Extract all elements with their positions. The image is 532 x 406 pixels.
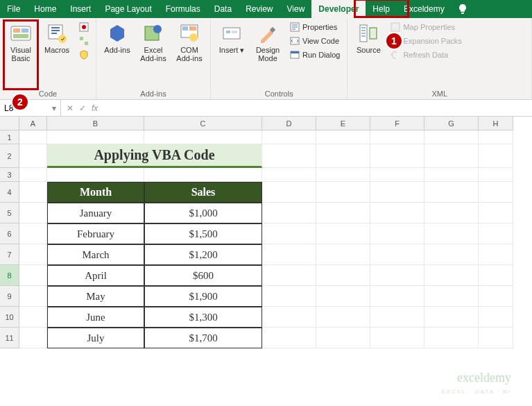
cell[interactable] bbox=[19, 265, 47, 286]
cell[interactable] bbox=[19, 203, 47, 223]
cell[interactable] bbox=[479, 307, 513, 328]
cell[interactable] bbox=[424, 328, 479, 348]
cell[interactable] bbox=[144, 130, 262, 144]
cell[interactable] bbox=[262, 182, 316, 203]
row-header[interactable]: 11 bbox=[0, 328, 19, 348]
row-header[interactable]: 9 bbox=[0, 286, 19, 307]
tab-view[interactable]: View bbox=[280, 0, 312, 18]
cell[interactable] bbox=[479, 244, 513, 265]
cell[interactable] bbox=[316, 223, 370, 244]
cell[interactable] bbox=[262, 244, 316, 265]
row-header[interactable]: 6 bbox=[0, 223, 19, 244]
cell[interactable] bbox=[316, 168, 370, 182]
row-header[interactable]: 2 bbox=[0, 144, 19, 168]
cell[interactable] bbox=[370, 203, 424, 223]
row-header[interactable]: 7 bbox=[0, 244, 19, 265]
cell[interactable]: $1,500 bbox=[144, 223, 262, 244]
cell[interactable] bbox=[370, 244, 424, 265]
cell[interactable] bbox=[424, 144, 479, 168]
cell[interactable] bbox=[262, 265, 316, 286]
cell[interactable] bbox=[370, 182, 424, 203]
tab-help[interactable]: Help bbox=[366, 0, 397, 18]
cell[interactable] bbox=[370, 130, 424, 144]
cell[interactable]: February bbox=[47, 223, 144, 244]
cell[interactable] bbox=[262, 223, 316, 244]
tab-data[interactable]: Data bbox=[207, 0, 239, 18]
visual-basic-button[interactable]: Visual Basic bbox=[4, 21, 37, 64]
cell[interactable] bbox=[479, 328, 513, 348]
insert-control-button[interactable]: Insert ▾ bbox=[215, 21, 248, 56]
cell[interactable]: May bbox=[47, 286, 144, 307]
tab-exceldemy[interactable]: Exceldemy bbox=[397, 0, 452, 18]
column-header[interactable]: A bbox=[19, 117, 47, 130]
tell-me-icon[interactable] bbox=[457, 0, 468, 18]
formula-input[interactable] bbox=[103, 100, 532, 116]
tab-review[interactable]: Review bbox=[239, 0, 280, 18]
cell[interactable] bbox=[370, 144, 424, 168]
cell[interactable] bbox=[316, 144, 370, 168]
cell[interactable]: January bbox=[47, 203, 144, 223]
cell[interactable]: $1,900 bbox=[144, 286, 262, 307]
cell[interactable] bbox=[424, 286, 479, 307]
cell[interactable] bbox=[262, 130, 316, 144]
cell[interactable] bbox=[19, 244, 47, 265]
row-header[interactable]: 3 bbox=[0, 168, 19, 182]
cell[interactable] bbox=[479, 168, 513, 182]
cell[interactable] bbox=[424, 265, 479, 286]
cell[interactable] bbox=[479, 144, 513, 168]
cell[interactable] bbox=[262, 286, 316, 307]
cell[interactable] bbox=[479, 265, 513, 286]
tab-insert[interactable]: Insert bbox=[63, 0, 98, 18]
cell[interactable] bbox=[47, 168, 144, 182]
cell[interactable] bbox=[19, 328, 47, 348]
cell[interactable]: Month bbox=[47, 182, 144, 203]
cell[interactable] bbox=[316, 244, 370, 265]
source-button[interactable]: Source bbox=[352, 21, 385, 56]
select-all[interactable] bbox=[0, 117, 19, 130]
cell[interactable] bbox=[262, 144, 316, 168]
cell[interactable]: $1,000 bbox=[144, 203, 262, 223]
tab-home[interactable]: Home bbox=[27, 0, 63, 18]
map-properties-button[interactable]: Map Properties bbox=[388, 21, 464, 33]
cell[interactable] bbox=[262, 168, 316, 182]
cell[interactable]: June bbox=[47, 307, 144, 328]
cell[interactable] bbox=[316, 265, 370, 286]
cell[interactable] bbox=[19, 168, 47, 182]
tab-file[interactable]: File bbox=[0, 0, 27, 18]
cell[interactable] bbox=[19, 130, 47, 144]
row-header[interactable]: 1 bbox=[0, 130, 19, 144]
cell[interactable] bbox=[316, 286, 370, 307]
com-addins-button[interactable]: COM Add-ins bbox=[173, 21, 206, 64]
cell[interactable]: July bbox=[47, 328, 144, 348]
cell[interactable] bbox=[19, 223, 47, 244]
cell[interactable] bbox=[479, 130, 513, 144]
cell[interactable] bbox=[479, 182, 513, 203]
cell[interactable] bbox=[479, 286, 513, 307]
cell[interactable]: $1,300 bbox=[144, 307, 262, 328]
cell[interactable] bbox=[316, 328, 370, 348]
cell[interactable] bbox=[424, 168, 479, 182]
tab-page-layout[interactable]: Page Layout bbox=[98, 0, 158, 18]
column-header[interactable]: F bbox=[370, 117, 424, 130]
macro-security-button[interactable] bbox=[76, 49, 92, 61]
cell[interactable] bbox=[479, 203, 513, 223]
fx-icon[interactable]: fx bbox=[92, 103, 98, 113]
expansion-packs-button[interactable]: Expansion Packs bbox=[388, 35, 464, 47]
cell[interactable] bbox=[19, 182, 47, 203]
cell[interactable] bbox=[370, 286, 424, 307]
cell[interactable] bbox=[424, 203, 479, 223]
tab-developer[interactable]: Developer bbox=[311, 0, 366, 18]
column-header[interactable]: G bbox=[424, 117, 479, 130]
cell[interactable] bbox=[424, 223, 479, 244]
addins-button[interactable]: Add-ins bbox=[101, 21, 134, 56]
cell[interactable] bbox=[424, 244, 479, 265]
cell[interactable] bbox=[144, 168, 262, 182]
cell[interactable] bbox=[19, 144, 47, 168]
cell[interactable]: $1,700 bbox=[144, 328, 262, 348]
cell[interactable] bbox=[316, 307, 370, 328]
cancel-icon[interactable]: ✕ bbox=[67, 103, 74, 113]
cell[interactable]: $600 bbox=[144, 265, 262, 286]
column-header[interactable]: D bbox=[262, 117, 316, 130]
name-box[interactable]: L8 ▾ bbox=[0, 100, 61, 116]
macros-button[interactable]: Macros bbox=[40, 21, 74, 56]
